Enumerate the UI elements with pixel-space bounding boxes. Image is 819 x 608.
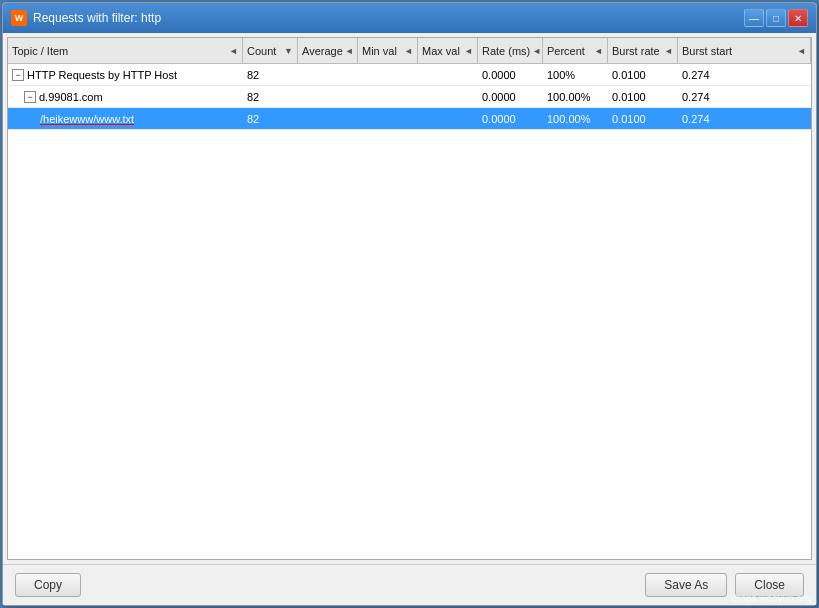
window-title: Requests with filter: http [33, 11, 161, 25]
cell-burst-rate: 0.0100 [608, 86, 678, 107]
title-bar: W Requests with filter: http — □ ✕ [3, 3, 816, 33]
main-window: W Requests with filter: http — □ ✕ Topic… [2, 2, 817, 606]
table-header: Topic / Item ◄ Count ▼ Average ◄ Min val… [8, 38, 811, 64]
cell-maxval [418, 108, 478, 129]
footer: Copy Save As Close [3, 564, 816, 605]
cell-burst-rate: 0.0100 [608, 64, 678, 85]
sort-indicator-burst-start: ◄ [797, 46, 806, 56]
sort-indicator-topic: ◄ [229, 46, 238, 56]
cell-burst-rate: 0.0100 [608, 108, 678, 129]
cell-average [298, 64, 358, 85]
sort-indicator-minval: ◄ [404, 46, 413, 56]
cell-rate: 0.0000 [478, 64, 543, 85]
sort-indicator-burst-rate: ◄ [664, 46, 673, 56]
cell-burst-start: 0.274 [678, 86, 811, 107]
cell-rate: 0.0000 [478, 108, 543, 129]
watermark: drops.wooyun.org [732, 593, 812, 604]
col-header-rate[interactable]: Rate (ms) ◄ [478, 38, 543, 63]
col-header-percent[interactable]: Percent ◄ [543, 38, 608, 63]
cell-burst-start: 0.274 [678, 64, 811, 85]
cell-maxval [418, 86, 478, 107]
minimize-button[interactable]: — [744, 9, 764, 27]
cell-maxval [418, 64, 478, 85]
expand-icon[interactable]: − [12, 69, 24, 81]
cell-minval [358, 86, 418, 107]
expand-icon[interactable]: − [24, 91, 36, 103]
sort-indicator-rate: ◄ [532, 46, 541, 56]
cell-percent: 100% [543, 64, 608, 85]
cell-topic: − HTTP Requests by HTTP Host [8, 64, 243, 85]
cell-percent: 100.00% [543, 108, 608, 129]
window-close-button[interactable]: ✕ [788, 9, 808, 27]
col-header-topic[interactable]: Topic / Item ◄ [8, 38, 243, 63]
cell-count: 82 [243, 108, 298, 129]
cell-count: 82 [243, 86, 298, 107]
col-header-maxval[interactable]: Max val ◄ [418, 38, 478, 63]
cell-average [298, 86, 358, 107]
sort-indicator-percent: ◄ [594, 46, 603, 56]
sort-indicator-average: ◄ [345, 46, 354, 56]
cell-average [298, 108, 358, 129]
table-body: − HTTP Requests by HTTP Host 82 0.0000 1… [8, 64, 811, 559]
col-header-burst-rate[interactable]: Burst rate ◄ [608, 38, 678, 63]
cell-percent: 100.00% [543, 86, 608, 107]
cell-minval [358, 64, 418, 85]
title-bar-left: W Requests with filter: http [11, 10, 161, 26]
save-as-button[interactable]: Save As [645, 573, 727, 597]
sort-indicator-maxval: ◄ [464, 46, 473, 56]
title-buttons: — □ ✕ [744, 9, 808, 27]
table-row[interactable]: − d.99081.com 82 0.0000 100.00% 0.0100 0… [8, 86, 811, 108]
table-row[interactable]: /heikewww/www.txt 82 0.0000 100.00% 0.01… [8, 108, 811, 130]
sort-indicator-count: ▼ [284, 46, 293, 56]
col-header-average[interactable]: Average ◄ [298, 38, 358, 63]
table-row[interactable]: − HTTP Requests by HTTP Host 82 0.0000 1… [8, 64, 811, 86]
copy-button[interactable]: Copy [15, 573, 81, 597]
cell-minval [358, 108, 418, 129]
col-header-burst-start[interactable]: Burst start ◄ [678, 38, 811, 63]
cell-rate: 0.0000 [478, 86, 543, 107]
col-header-minval[interactable]: Min val ◄ [358, 38, 418, 63]
cell-burst-start: 0.274 [678, 108, 811, 129]
maximize-button[interactable]: □ [766, 9, 786, 27]
col-header-count[interactable]: Count ▼ [243, 38, 298, 63]
content-area: Topic / Item ◄ Count ▼ Average ◄ Min val… [7, 37, 812, 560]
cell-count: 82 [243, 64, 298, 85]
cell-topic: − d.99081.com [8, 86, 243, 107]
window-icon: W [11, 10, 27, 26]
cell-topic: /heikewww/www.txt [8, 108, 243, 129]
